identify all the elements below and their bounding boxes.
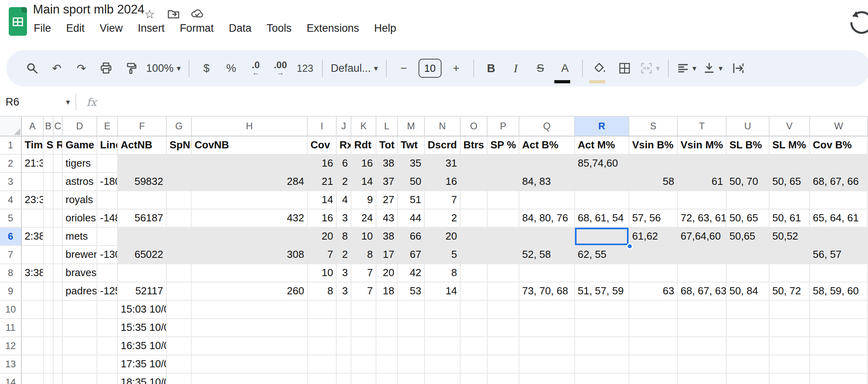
cell-J9[interactable]: 3 [337, 282, 351, 301]
cell-K12[interactable] [351, 337, 376, 355]
menu-format[interactable]: Format [178, 21, 216, 35]
cell-G7[interactable] [167, 246, 192, 264]
cell-V11[interactable] [770, 319, 810, 337]
cell-R2[interactable]: 85,74,60 [575, 155, 629, 173]
cell-E11[interactable] [97, 319, 118, 337]
cell-I6[interactable]: 20 [308, 228, 337, 246]
cell-A7[interactable] [22, 246, 44, 264]
cell-D7[interactable]: brewers [63, 246, 97, 264]
cell-D14[interactable] [63, 374, 97, 384]
cell-E10[interactable] [97, 301, 118, 319]
cell-W4[interactable] [810, 191, 868, 209]
cell-N1[interactable]: Dscrd [425, 136, 461, 155]
cell-K11[interactable] [351, 319, 376, 337]
cell-V6[interactable]: 50,52 [770, 228, 810, 246]
cell-I2[interactable]: 16 [308, 155, 337, 173]
cell-Q11[interactable] [519, 319, 575, 337]
cell-D11[interactable] [63, 319, 97, 337]
cell-D1[interactable]: Game [63, 136, 97, 155]
cell-B13[interactable] [44, 355, 54, 374]
cell-U10[interactable] [727, 301, 770, 319]
col-header-S[interactable]: S [629, 117, 678, 136]
cell-V1[interactable]: SL M% [770, 136, 810, 155]
cell-L9[interactable]: 18 [376, 282, 398, 301]
horizontal-align-icon[interactable]: ▾ [677, 57, 696, 79]
name-box[interactable]: R6 ▾ [0, 96, 75, 108]
cell-L3[interactable]: 37 [376, 173, 398, 191]
cell-C12[interactable] [54, 337, 63, 355]
cell-B6[interactable] [44, 228, 54, 246]
cell-G5[interactable] [167, 209, 192, 228]
cell-S13[interactable] [629, 355, 678, 374]
cell-P7[interactable] [488, 246, 519, 264]
cell-T13[interactable] [678, 355, 727, 374]
cell-V13[interactable] [770, 355, 810, 374]
cell-K3[interactable]: 14 [351, 173, 376, 191]
vertical-align-icon[interactable]: ▾ [703, 57, 723, 79]
cell-L8[interactable]: 20 [376, 264, 398, 282]
cell-N14[interactable] [425, 374, 461, 384]
star-icon[interactable]: ☆ [143, 7, 156, 21]
cell-P12[interactable] [488, 337, 519, 355]
cell-E12[interactable] [97, 337, 118, 355]
col-header-K[interactable]: K [351, 117, 376, 136]
cell-Q8[interactable] [519, 264, 575, 282]
cell-N6[interactable]: 20 [425, 228, 461, 246]
cell-U5[interactable]: 50, 65 [727, 209, 770, 228]
cell-H9[interactable]: 260 [192, 282, 308, 301]
cell-P2[interactable] [488, 155, 519, 173]
cell-A8[interactable]: 3:38 [22, 264, 44, 282]
cell-Q10[interactable] [519, 301, 575, 319]
more-formats-button[interactable]: 123 [296, 57, 314, 79]
cell-U8[interactable] [727, 264, 770, 282]
col-header-I[interactable]: I [308, 117, 337, 136]
cell-L13[interactable] [376, 355, 398, 374]
cell-A12[interactable] [22, 337, 44, 355]
cell-H12[interactable] [192, 337, 308, 355]
cell-K2[interactable]: 16 [351, 155, 376, 173]
cell-B7[interactable] [44, 246, 54, 264]
cell-O11[interactable] [461, 319, 488, 337]
search-icon[interactable] [23, 57, 41, 79]
cell-H8[interactable] [192, 264, 308, 282]
cell-R6[interactable] [575, 228, 629, 246]
cell-V9[interactable]: 50, 72 [770, 282, 810, 301]
cell-M8[interactable]: 42 [398, 264, 425, 282]
cell-Q4[interactable] [519, 191, 575, 209]
cell-S4[interactable] [629, 191, 678, 209]
cell-N13[interactable] [425, 355, 461, 374]
cell-J6[interactable]: 8 [337, 228, 351, 246]
cell-I7[interactable]: 7 [308, 246, 337, 264]
text-color-button[interactable]: A [556, 57, 574, 79]
row-header-11[interactable]: 11 [0, 319, 22, 337]
cell-B2[interactable] [44, 155, 54, 173]
bold-button[interactable]: B [482, 57, 500, 79]
cell-A2[interactable]: 21:32 [22, 155, 44, 173]
cell-C11[interactable] [54, 319, 63, 337]
col-header-U[interactable]: U [727, 117, 770, 136]
cell-T12[interactable] [678, 337, 727, 355]
cell-N8[interactable]: 8 [425, 264, 461, 282]
cell-W10[interactable] [810, 301, 868, 319]
cell-O3[interactable] [461, 173, 488, 191]
cell-T8[interactable] [678, 264, 727, 282]
cell-T9[interactable]: 68, 67, 63 [678, 282, 727, 301]
cell-M10[interactable] [398, 301, 425, 319]
cell-T10[interactable] [678, 301, 727, 319]
cell-R1[interactable]: Act M% [575, 136, 629, 155]
cell-Q12[interactable] [519, 337, 575, 355]
cell-W13[interactable] [810, 355, 868, 374]
cell-F6[interactable] [118, 228, 167, 246]
merge-cells-icon[interactable]: ▾ [640, 57, 660, 79]
cell-K1[interactable]: Rdt [351, 136, 376, 155]
cell-F10[interactable]: 15:03 10/02 [118, 301, 167, 319]
cell-R3[interactable] [575, 173, 629, 191]
cell-K7[interactable]: 8 [351, 246, 376, 264]
cell-K5[interactable]: 24 [351, 209, 376, 228]
cell-M12[interactable] [398, 337, 425, 355]
cell-S14[interactable] [629, 374, 678, 384]
menu-view[interactable]: View [98, 21, 124, 35]
cell-T1[interactable]: Vsin M% [678, 136, 727, 155]
cell-C3[interactable] [54, 173, 63, 191]
cell-J10[interactable] [337, 301, 351, 319]
